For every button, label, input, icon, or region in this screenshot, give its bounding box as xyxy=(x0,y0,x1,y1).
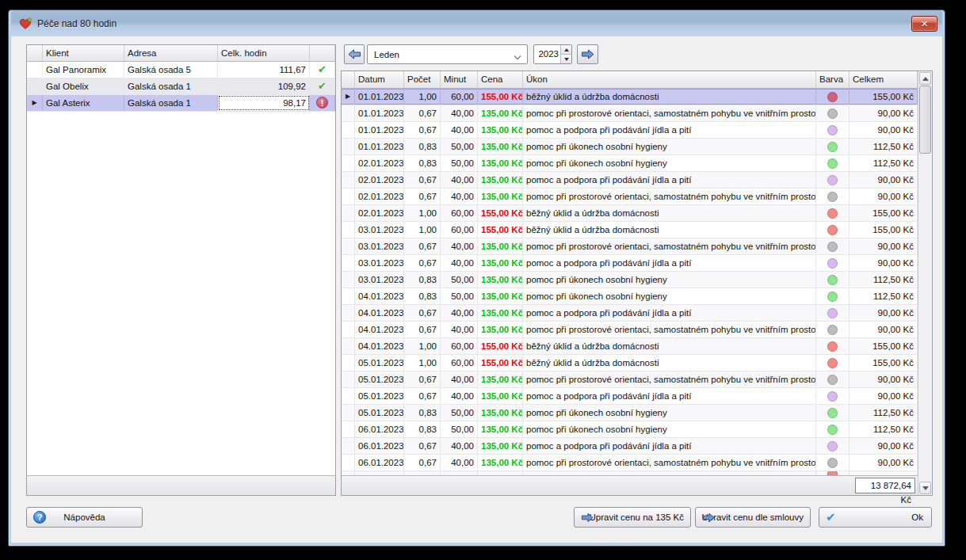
triangle-down-icon xyxy=(564,58,569,61)
care-header-row: Datum Počet Minut Cena Úkon Barva Celkem xyxy=(342,71,918,89)
care-row[interactable]: 06.01.2023 0,67 40,00 135,00 Kč pomoc a … xyxy=(342,438,918,455)
cell-minut: 40,00 xyxy=(441,455,478,470)
cell-status: ✔ xyxy=(310,62,335,78)
year-spinner[interactable]: 2023 xyxy=(533,44,572,64)
cell-datum: 02.01.2023 xyxy=(355,189,404,204)
care-row[interactable]: 01.01.2023 0,83 50,00 135,00 Kč pomoc př… xyxy=(342,139,918,155)
cell-celkem: 112,50 Kč xyxy=(850,405,918,421)
cell-datum: 01.01.2023 xyxy=(355,122,404,138)
help-button[interactable]: ? Nápověda xyxy=(26,507,143,528)
cell-pocet: 1,00 xyxy=(404,338,441,354)
cell-datum: 03.01.2023 xyxy=(355,222,404,238)
cell-cena: 155,00 Kč xyxy=(478,222,523,238)
care-row[interactable]: 02.01.2023 0,67 40,00 135,00 Kč pomoc a … xyxy=(342,172,918,189)
cell-status: ! xyxy=(310,95,335,111)
spin-down-button[interactable] xyxy=(561,54,571,63)
care-row[interactable]: 04.01.2023 0,67 40,00 135,00 Kč pomoc př… xyxy=(342,322,918,338)
cell-celkem: 112,50 Kč xyxy=(850,288,918,304)
cell-cena: 135,00 Kč xyxy=(478,438,523,454)
set-price-135-button[interactable]: Upravit cenu na 135 Kč xyxy=(574,507,691,528)
care-row[interactable]: 02.01.2023 0,67 40,00 135,00 Kč pomoc př… xyxy=(342,189,918,205)
cell-cena: 135,00 Kč xyxy=(478,255,523,271)
cell-ukon: pomoc a podpora při podávání jídla a pit… xyxy=(523,122,816,138)
cell-hodiny: 111,67 xyxy=(218,62,310,78)
scroll-down-button[interactable] xyxy=(919,482,931,494)
cell-barva xyxy=(816,421,850,437)
cell-hodiny: 98,17 xyxy=(218,95,310,111)
title-bar[interactable]: Péče nad 80 hodin ✕ xyxy=(11,10,942,36)
cell-celkem: 90,00 Kč xyxy=(850,255,918,271)
care-row[interactable]: 01.01.2023 0,67 40,00 135,00 Kč pomoc př… xyxy=(342,105,918,122)
scroll-up-icon xyxy=(922,77,929,81)
clients-header-row: Klient Adresa Celk. hodin xyxy=(27,45,335,62)
cell-celkem: 112,50 Kč xyxy=(850,421,918,437)
cell-celkem: 90,00 Kč xyxy=(850,455,918,470)
cell-celkem: 90,00 Kč xyxy=(850,322,918,337)
previous-month-button[interactable] xyxy=(344,44,365,64)
chevron-down-icon xyxy=(514,52,521,62)
care-row[interactable]: 01.01.2023 0,67 40,00 135,00 Kč pomoc a … xyxy=(342,122,918,139)
cell-minut: 40,00 xyxy=(441,388,478,404)
care-row[interactable]: 05.01.2023 0,67 40,00 135,00 Kč pomoc př… xyxy=(342,371,918,388)
cell-cena: 135,00 Kč xyxy=(478,122,523,138)
ok-button[interactable]: ✔ Ok xyxy=(819,507,932,528)
color-dot-icon xyxy=(827,109,838,119)
care-header-cena[interactable]: Cena xyxy=(478,71,523,88)
care-row[interactable]: 04.01.2023 0,67 40,00 135,00 Kč pomoc a … xyxy=(342,305,918,322)
care-row[interactable]: ▶ 01.01.2023 1,00 60,00 155,00 Kč běžný … xyxy=(342,89,918,105)
care-row[interactable]: 05.01.2023 1,00 60,00 155,00 Kč běžný úk… xyxy=(342,355,918,371)
scroll-up-button[interactable] xyxy=(919,72,931,85)
vertical-scrollbar[interactable] xyxy=(918,71,932,495)
care-row[interactable]: 04.01.2023 0,83 50,00 135,00 Kč pomoc př… xyxy=(342,288,918,305)
cell-datum: 05.01.2023 xyxy=(355,405,404,421)
care-row[interactable]: 02.01.2023 1,00 60,00 155,00 Kč běžný úk… xyxy=(342,205,918,222)
cell-ukon: pomoc a podpora při podávání jídla a pit… xyxy=(523,388,816,404)
cell-minut: 40,00 xyxy=(441,371,478,387)
clients-header-adresa[interactable]: Adresa xyxy=(124,45,218,61)
cell-ukon: pomoc při úkonech osobní hygieny xyxy=(523,155,816,171)
cell-celkem: 155,00 Kč xyxy=(850,338,918,354)
check-icon: ✔ xyxy=(826,510,836,524)
cell-datum: 03.01.2023 xyxy=(355,238,404,254)
month-select[interactable]: Leden xyxy=(367,44,528,64)
care-row[interactable]: 06.01.2023 0,67 40,00 135,00 Kč pomoc př… xyxy=(342,455,918,471)
care-row[interactable]: 05.01.2023 0,83 50,00 135,00 Kč pomoc př… xyxy=(342,405,918,421)
care-row[interactable]: 03.01.2023 0,83 50,00 135,00 Kč pomoc př… xyxy=(342,272,918,288)
set-price-contract-button[interactable]: Upravit cenu dle smlouvy xyxy=(695,507,811,528)
care-header-pocet[interactable]: Počet xyxy=(404,71,441,88)
care-grid: Datum Počet Minut Cena Úkon Barva Celkem… xyxy=(342,71,918,495)
care-row[interactable]: 02.01.2023 0,83 50,00 135,00 Kč pomoc př… xyxy=(342,155,918,172)
client-row[interactable]: ▶ Gal Asterix Galská osada 1 98,17 ! xyxy=(27,95,335,112)
cell-celkem: 112,50 Kč xyxy=(850,139,918,154)
cell-celkem: 155,00 Kč xyxy=(850,205,918,221)
client-row[interactable]: Gal Obelix Galská osada 1 109,92 ✔ xyxy=(27,78,335,95)
cell-celkem: 90,00 Kč xyxy=(850,388,918,404)
color-dot-icon xyxy=(827,291,838,302)
care-row[interactable]: 03.01.2023 0,67 40,00 135,00 Kč pomoc př… xyxy=(342,238,918,255)
cell-pocet: 0,67 xyxy=(404,122,441,138)
care-header-ukon[interactable]: Úkon xyxy=(523,71,816,88)
care-header-celkem[interactable]: Celkem xyxy=(850,71,918,88)
color-dot-icon xyxy=(827,391,838,402)
clients-header-hodiny[interactable]: Celk. hodin xyxy=(218,45,310,61)
cell-ukon: běžný úklid a údržba domácnosti xyxy=(523,205,816,221)
clients-header-klient[interactable]: Klient xyxy=(43,45,124,61)
care-header-barva[interactable]: Barva xyxy=(816,71,850,88)
close-button[interactable]: ✕ xyxy=(911,16,937,32)
client-row[interactable]: Gal Panoramix Galská osada 5 111,67 ✔ xyxy=(27,62,335,78)
care-row[interactable]: 03.01.2023 1,00 60,00 155,00 Kč běžný úk… xyxy=(342,222,918,238)
care-row[interactable]: 04.01.2023 1,00 60,00 155,00 Kč běžný úk… xyxy=(342,338,918,355)
color-dot-icon xyxy=(827,242,838,252)
scrollbar-thumb[interactable] xyxy=(919,86,931,154)
care-row[interactable]: 03.01.2023 0,67 40,00 135,00 Kč pomoc a … xyxy=(342,255,918,272)
cell-barva xyxy=(816,172,850,188)
clients-panel: Klient Adresa Celk. hodin Gal Panoramix … xyxy=(26,44,336,496)
care-row[interactable]: 05.01.2023 0,67 40,00 135,00 Kč pomoc a … xyxy=(342,388,918,405)
care-row[interactable]: 06.01.2023 0,83 50,00 135,00 Kč pomoc př… xyxy=(342,421,918,438)
next-month-button[interactable] xyxy=(577,44,598,64)
care-header-datum[interactable]: Datum xyxy=(355,71,404,88)
check-icon: ✔ xyxy=(318,80,326,92)
care-header-minut[interactable]: Minut xyxy=(441,71,478,88)
cell-pocet: 0,67 xyxy=(404,388,441,404)
spin-up-button[interactable] xyxy=(561,45,571,54)
